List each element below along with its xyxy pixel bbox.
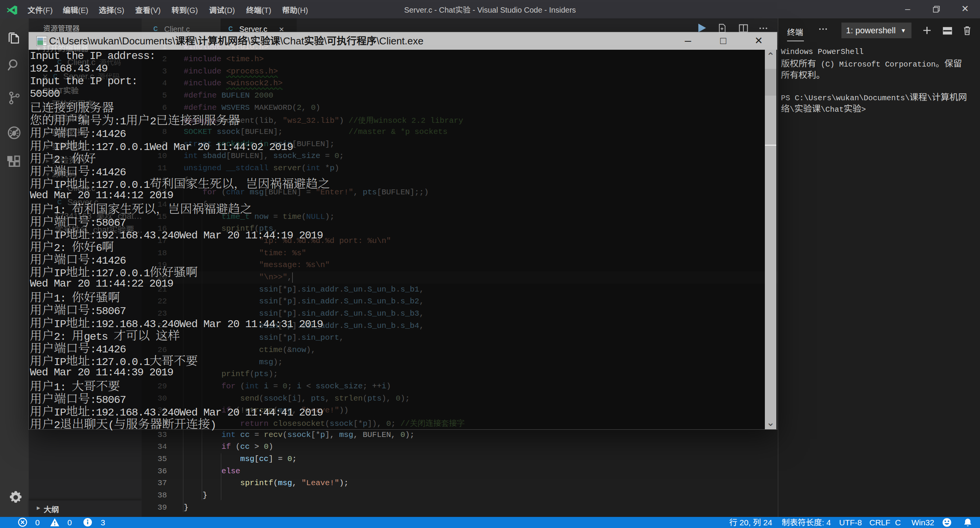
svg-text:C: C [154,26,158,32]
svg-text:C: C [229,26,233,32]
